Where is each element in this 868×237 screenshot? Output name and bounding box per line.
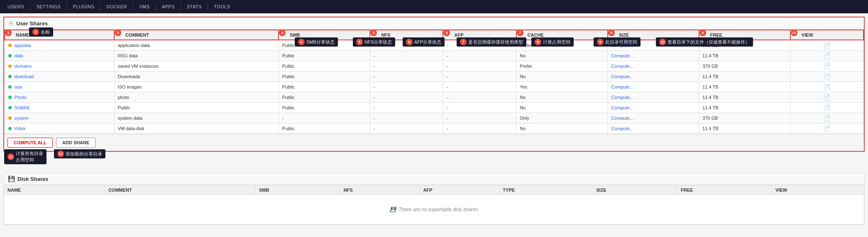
cell-smb: Public xyxy=(279,40,370,51)
compute-all-button[interactable]: COMPUTE ALL xyxy=(7,138,53,148)
badge-col-afp: 6 xyxy=(443,30,450,36)
compute-size-link[interactable]: Compute... xyxy=(611,74,633,79)
cell-name[interactable]: appdata xyxy=(5,40,114,51)
cell-size[interactable]: Compute... xyxy=(608,51,699,61)
view-icon[interactable]: 📄 xyxy=(823,63,830,69)
status-dot xyxy=(8,85,12,89)
view-icon[interactable]: 📄 xyxy=(823,73,830,80)
badge-2: 2 xyxy=(32,29,39,35)
disk-col-smb: SMB xyxy=(255,185,340,195)
nav-item-tools[interactable]: TOOLS xyxy=(210,2,235,11)
cell-afp: - xyxy=(443,103,516,113)
cell-comment: Downloads xyxy=(114,72,279,82)
share-name-link[interactable]: Vdisk xyxy=(15,126,26,131)
cell-size[interactable]: Compute... xyxy=(608,123,699,134)
view-icon[interactable]: 📄 xyxy=(823,94,830,101)
cell-view[interactable]: 📄 xyxy=(790,123,863,134)
badge-11: 11 xyxy=(7,153,14,160)
compute-size-link[interactable]: Compute... xyxy=(611,105,633,110)
nav-item-vms[interactable]: VMS xyxy=(135,2,154,11)
cell-free: 11.4 TB xyxy=(699,92,790,103)
cell-view[interactable]: 📄 xyxy=(790,82,863,92)
cell-name[interactable]: SHARE xyxy=(5,103,114,113)
compute-size-link[interactable]: Compute... xyxy=(611,116,633,121)
disk-icon: 💾 xyxy=(8,175,15,182)
compute-size-link[interactable]: Compute... xyxy=(611,43,633,48)
add-share-button[interactable]: ADD SHARE xyxy=(56,138,95,148)
share-name-link[interactable]: SHARE xyxy=(15,105,30,110)
view-icon[interactable]: 📄 xyxy=(823,84,830,90)
compute-size-link[interactable]: Compute... xyxy=(611,84,633,89)
user-shares-header: ☉ User Shares 2 名称 xyxy=(4,17,864,30)
cell-afp: - xyxy=(443,51,516,61)
col-size: 8 SIZE xyxy=(608,30,699,40)
cell-cache: Prefer xyxy=(516,61,608,72)
badge-col-name: 2 xyxy=(5,30,12,36)
cell-view[interactable]: 📄 xyxy=(790,72,863,82)
badge-col-smb: 4 xyxy=(279,30,286,36)
user-shares-title: User Shares xyxy=(16,20,48,27)
nav-item-plugins[interactable]: PLUGINS xyxy=(68,2,98,11)
view-icon[interactable]: 📄 xyxy=(823,52,830,59)
cell-nfs: - xyxy=(370,40,443,51)
cell-name[interactable]: Photo xyxy=(5,92,114,103)
view-icon[interactable]: 📄 xyxy=(823,42,830,49)
nav-item-stats[interactable]: STATS xyxy=(183,2,206,11)
share-name-link[interactable]: system xyxy=(15,116,29,121)
cell-size[interactable]: Compute... xyxy=(608,92,699,103)
cell-view[interactable]: 📄 xyxy=(790,103,863,113)
share-name-link[interactable]: isos xyxy=(15,84,23,89)
cell-name[interactable]: download xyxy=(5,72,114,82)
cell-view[interactable]: 📄 xyxy=(790,113,863,123)
cell-comment: saved VM instances xyxy=(114,61,279,72)
compute-size-link[interactable]: Compute... xyxy=(611,95,633,100)
cell-size[interactable]: Compute... xyxy=(608,113,699,123)
cell-view[interactable]: 📄 xyxy=(790,61,863,72)
view-icon[interactable]: 📄 xyxy=(823,115,830,121)
cell-name[interactable]: data xyxy=(5,51,114,61)
compute-size-link[interactable]: Compute... xyxy=(611,53,633,58)
nav-separator xyxy=(156,2,156,11)
badge-col-comment: 3 xyxy=(115,30,121,36)
cell-view[interactable]: 📄 xyxy=(790,51,863,61)
disk-col-name: NAME xyxy=(4,185,105,195)
status-dot xyxy=(8,44,12,47)
col-free: 9 FREE xyxy=(699,30,790,40)
cell-cache: No xyxy=(516,123,608,134)
cell-afp: - xyxy=(443,61,516,72)
cell-free: 11.4 TB xyxy=(699,82,790,92)
nav-separator xyxy=(181,2,181,11)
cell-view[interactable]: 📄 xyxy=(790,92,863,103)
cell-name[interactable]: Vdisk xyxy=(5,123,114,134)
nav-item-settings[interactable]: SETTINGS xyxy=(32,2,65,11)
nav-separator xyxy=(30,2,30,11)
share-name-link[interactable]: Photo xyxy=(15,95,27,100)
view-icon[interactable]: 📄 xyxy=(823,104,830,111)
nav-item-apps[interactable]: APPS xyxy=(158,2,179,11)
cell-cache: Prefer xyxy=(516,40,608,51)
cell-nfs: - xyxy=(370,123,443,134)
cell-size[interactable]: Compute... xyxy=(608,72,699,82)
cell-name[interactable]: system xyxy=(5,113,114,123)
share-name-link[interactable]: domains xyxy=(15,64,32,69)
disk-shares-title: Disk Shares xyxy=(17,176,48,182)
cell-afp: - xyxy=(443,92,516,103)
nav-item-users[interactable]: USERS xyxy=(3,2,28,11)
compute-size-link[interactable]: Compute... xyxy=(611,64,633,69)
compute-size-link[interactable]: Compute... xyxy=(611,126,633,131)
cell-name[interactable]: isos xyxy=(5,82,114,92)
nav-item-docker[interactable]: DOCKER xyxy=(102,2,131,11)
cell-size[interactable]: Compute... xyxy=(608,61,699,72)
cell-size[interactable]: Compute... xyxy=(608,40,699,51)
cell-name[interactable]: domains xyxy=(5,61,114,72)
cell-size[interactable]: Compute... xyxy=(608,103,699,113)
cell-view[interactable]: 📄 xyxy=(790,40,863,51)
share-name-link[interactable]: data xyxy=(15,53,23,58)
cell-nfs: - xyxy=(370,103,443,113)
view-icon[interactable]: 📄 xyxy=(823,125,830,132)
share-name-link[interactable]: download xyxy=(15,74,34,79)
cell-comment: Public xyxy=(114,103,279,113)
col-smb: 4 SMB xyxy=(279,30,370,40)
share-name-link[interactable]: appdata xyxy=(15,43,31,48)
cell-size[interactable]: Compute... xyxy=(608,82,699,92)
